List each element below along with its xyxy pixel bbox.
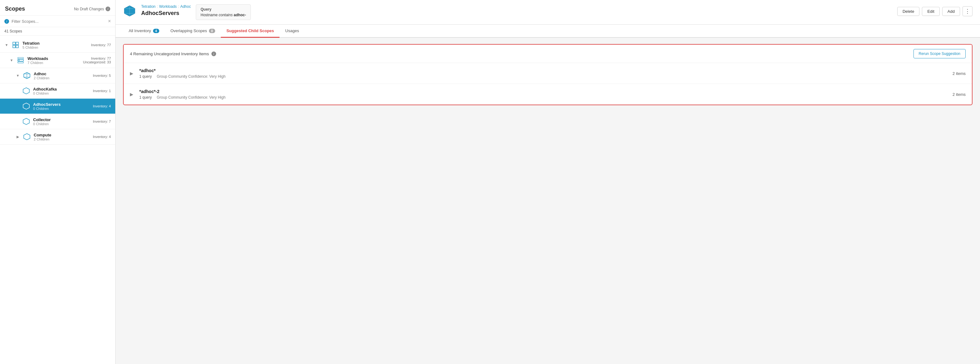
adhockafka-scope-info: AdhocKafka 0 Children: [33, 87, 91, 95]
adhocservers-children-count: 0 Children: [33, 107, 91, 111]
compute-scope-icon: [22, 132, 31, 141]
suggestion-expand-icon-2[interactable]: ▶: [130, 92, 135, 97]
edit-button[interactable]: Edit: [922, 7, 939, 16]
svg-point-5: [19, 60, 20, 61]
tetration-scope-name: Tetration: [22, 41, 88, 46]
breadcrumb-workloads[interactable]: Workloads: [159, 4, 177, 9]
chevron-down-icon: ▼: [10, 58, 14, 62]
tetration-scope-info: Tetration 5 Children: [22, 41, 88, 49]
topbar-actions: Delete Edit Add ⋮: [897, 4, 972, 16]
draft-changes-indicator: No Draft Changes i: [74, 6, 110, 11]
adhoc-scope-name: Adhoc: [34, 72, 91, 76]
tetration-children-count: 5 Children: [22, 46, 88, 49]
compute-scope-name: Compute: [34, 133, 91, 137]
suggestion-row-1: ▶ *adhoc* 1 query Group Community Confid…: [124, 63, 972, 84]
suggestions-remaining-info: 4 Remaining Uncategorized Inventory Item…: [130, 51, 216, 56]
svg-rect-1: [16, 42, 18, 45]
query-label: Query: [200, 7, 246, 11]
collector-scope-meta: Inventory: 7: [93, 119, 111, 123]
adhoc-scope-meta: Inventory: 5: [93, 74, 111, 78]
tab-overlapping-scopes-badge: 0: [209, 29, 215, 33]
suggestion-name-1: *adhoc*: [139, 68, 948, 73]
workloads-children-count: 7 Children: [27, 61, 81, 65]
tabs-bar: All Inventory 4 Overlapping Scopes 0 Sug…: [116, 25, 980, 38]
collector-scope-info: Collector 0 Children: [33, 118, 91, 126]
remaining-label: 4 Remaining Uncategorized Inventory Item…: [130, 51, 209, 56]
adhoc-children-count: 2 Children: [34, 76, 91, 80]
suggestion-confidence-2: Group Community Confidence: Very High: [157, 95, 226, 100]
svg-rect-7: [18, 62, 24, 63]
draft-changes-info-icon[interactable]: i: [105, 6, 110, 11]
sidebar-item-workloads[interactable]: ▼ Workloads 7 Children Inventory: 77 Unc…: [0, 53, 115, 68]
adhockafka-scope-name: AdhocKafka: [33, 87, 91, 91]
compute-scope-info: Compute 2 Children: [34, 133, 91, 141]
chevron-down-icon: ▼: [16, 74, 20, 78]
delete-button[interactable]: Delete: [897, 7, 920, 16]
suggestion-expand-icon-1[interactable]: ▶: [130, 71, 135, 76]
suggestion-query-count-2: 1 query: [139, 95, 152, 100]
sidebar-header: Scopes No Draft Changes i: [0, 0, 115, 16]
tab-suggested-child-scopes[interactable]: Suggested Child Scopes: [221, 25, 280, 38]
adhocservers-scope-name: AdhocServers: [33, 102, 91, 107]
svg-marker-12: [23, 88, 29, 94]
workloads-scope-icon: [16, 56, 25, 65]
compute-children-count: 2 Children: [34, 137, 91, 141]
suggestion-row-2: ▶ *adhoc*-2 1 query Group Community Conf…: [124, 84, 972, 105]
chevron-down-icon: ▼: [4, 43, 9, 47]
topbar-info: Tetration : Workloads : Adhoc AdhocServe…: [141, 4, 191, 17]
workloads-scope-meta: Inventory: 77 Uncategorized: 33: [83, 57, 111, 64]
tab-overlapping-scopes[interactable]: Overlapping Scopes 0: [165, 25, 221, 38]
remaining-info-icon[interactable]: i: [212, 51, 216, 56]
query-value: Hostname contains adhoc-: [200, 13, 246, 17]
suggestion-name-2: *adhoc*-2: [139, 89, 948, 94]
tab-usages[interactable]: Usages: [280, 25, 304, 38]
adhocservers-scope-icon: [22, 102, 30, 111]
sidebar: Scopes No Draft Changes i i × 41 Scopes …: [0, 0, 116, 364]
more-options-button[interactable]: ⋮: [963, 6, 972, 16]
svg-rect-0: [13, 42, 15, 45]
sidebar-item-collector[interactable]: Collector 0 Children Inventory: 7: [0, 114, 115, 129]
compute-scope-meta: Inventory: 4: [93, 135, 111, 138]
page-title: AdhocServers: [141, 10, 191, 17]
breadcrumb: Tetration : Workloads : Adhoc: [141, 4, 191, 9]
sidebar-list: ▼ Tetration 5 Children Inventory: 77: [0, 36, 115, 364]
topbar-scope-icon: [123, 4, 136, 17]
workloads-scope-info: Workloads 7 Children: [27, 56, 81, 65]
breadcrumb-tetration[interactable]: Tetration: [141, 4, 156, 9]
collector-scope-name: Collector: [33, 118, 91, 122]
content-area: 4 Remaining Uncategorized Inventory Item…: [116, 38, 980, 364]
sidebar-item-compute[interactable]: ▶ Compute 2 Children Inventory: 4: [0, 129, 115, 145]
sidebar-item-tetration[interactable]: ▼ Tetration 5 Children Inventory: 77: [0, 37, 115, 53]
suggestion-query-count-1: 1 query: [139, 74, 152, 79]
workloads-scope-name: Workloads: [27, 56, 81, 61]
adhockafka-children-count: 0 Children: [33, 91, 91, 95]
tab-all-inventory-label: All Inventory: [129, 29, 151, 33]
tab-all-inventory-badge: 4: [153, 29, 159, 33]
rerun-scope-suggestion-button[interactable]: Rerun Scope Suggestion: [913, 49, 966, 58]
topbar-left: Tetration : Workloads : Adhoc AdhocServe…: [123, 4, 251, 20]
suggestion-items-count-1: 2 items: [953, 71, 966, 76]
suggestion-confidence-1: Group Community Confidence: Very High: [157, 74, 226, 79]
svg-rect-2: [13, 45, 15, 48]
tab-suggested-child-scopes-label: Suggested Child Scopes: [226, 29, 274, 33]
tab-usages-label: Usages: [285, 29, 299, 33]
tab-all-inventory[interactable]: All Inventory 4: [123, 25, 165, 38]
breadcrumb-adhoc[interactable]: Adhoc: [180, 4, 191, 9]
suggestions-header: 4 Remaining Uncategorized Inventory Item…: [124, 45, 972, 63]
scope-count: 41 Scopes: [0, 27, 115, 36]
filter-clear-button[interactable]: ×: [108, 19, 111, 24]
sidebar-title: Scopes: [5, 6, 25, 12]
filter-info-icon: i: [4, 19, 9, 24]
suggestion-info-2: *adhoc*-2 1 query Group Community Confid…: [139, 89, 948, 100]
sidebar-item-adhoc[interactable]: ▼ Adhoc 2 Children Inventory: 5: [0, 68, 115, 83]
sidebar-item-adhocservers[interactable]: AdhocServers 0 Children Inventory: 4: [0, 99, 115, 114]
sidebar-item-adhockafka[interactable]: AdhocKafka 0 Children Inventory: 1: [0, 83, 115, 99]
add-button[interactable]: Add: [942, 7, 960, 16]
suggestion-info-1: *adhoc* 1 query Group Community Confiden…: [139, 68, 948, 79]
adhocservers-scope-meta: Inventory: 4: [93, 104, 111, 108]
tab-overlapping-scopes-label: Overlapping Scopes: [170, 29, 207, 33]
adhoc-scope-info: Adhoc 2 Children: [34, 72, 91, 80]
svg-rect-6: [18, 57, 24, 59]
filter-input[interactable]: [11, 19, 105, 24]
suggestion-details-1: 1 query Group Community Confidence: Very…: [139, 74, 948, 79]
